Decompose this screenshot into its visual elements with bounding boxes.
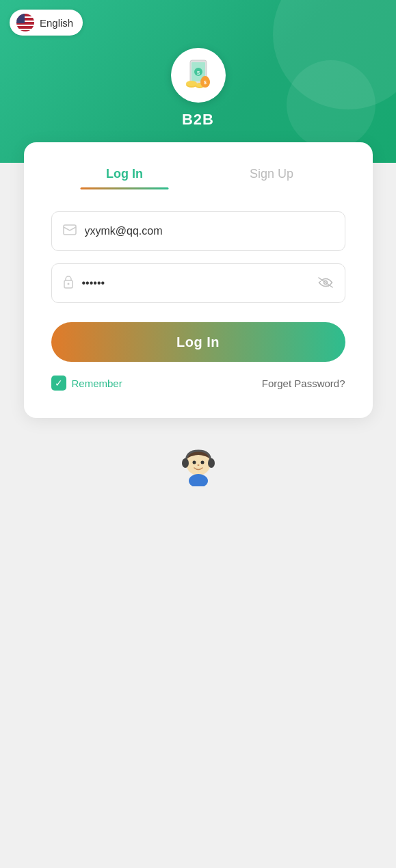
header-section: English $ $ B2B [0, 0, 396, 163]
svg-point-19 [189, 474, 208, 486]
support-avatar[interactable] [176, 443, 220, 486]
language-selector[interactable]: English [10, 10, 83, 36]
email-input-group [51, 211, 345, 251]
password-toggle-icon[interactable] [317, 276, 334, 291]
lock-icon [63, 275, 74, 292]
app-logo: $ $ [171, 48, 226, 103]
password-input-group [51, 263, 345, 303]
svg-point-12 [67, 282, 69, 285]
page-background [0, 486, 396, 868]
form-bottom-row: ✓ Remember Forget Password? [51, 376, 345, 391]
forget-password-link[interactable]: Forget Password? [262, 378, 345, 389]
tab-login[interactable]: Log In [51, 167, 198, 189]
tab-signup[interactable]: Sign Up [198, 167, 345, 189]
email-icon [63, 224, 77, 239]
svg-rect-10 [64, 225, 76, 235]
app-title: B2B [182, 111, 214, 129]
checkbox-icon: ✓ [51, 376, 66, 391]
remember-checkbox-label[interactable]: ✓ Remember [51, 376, 122, 391]
logo-image: $ $ [178, 55, 219, 96]
svg-point-20 [197, 464, 199, 466]
login-button[interactable]: Log In [51, 322, 345, 362]
email-field[interactable] [85, 225, 334, 237]
svg-point-18 [200, 461, 204, 464]
svg-point-15 [182, 458, 189, 468]
svg-text:$: $ [204, 80, 207, 86]
svg-point-3 [186, 81, 197, 86]
support-icon [176, 443, 220, 486]
svg-point-17 [192, 461, 196, 464]
svg-point-16 [208, 458, 215, 468]
flag-icon [16, 14, 34, 31]
password-field[interactable] [82, 277, 317, 289]
language-label: English [40, 17, 73, 29]
auth-tabs: Log In Sign Up [51, 167, 345, 189]
svg-text:$: $ [196, 70, 200, 76]
login-card: Log In Sign Up [24, 142, 373, 418]
logo-area: $ $ B2B [171, 48, 226, 129]
